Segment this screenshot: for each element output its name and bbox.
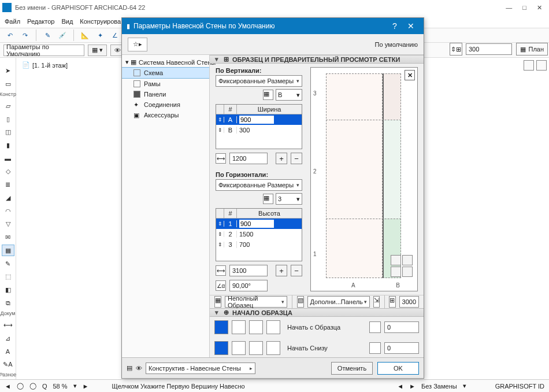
mesh-tool-icon[interactable]: ✉ (2, 232, 14, 243)
nav-l-icon[interactable]: ◄ (397, 383, 403, 390)
horizontal-row-2[interactable]: ⇕21500 (216, 229, 302, 239)
origin-mode-1a[interactable] (214, 320, 228, 334)
wall-tool-icon[interactable]: ▱ (2, 101, 14, 112)
skylight-tool-icon[interactable]: ▽ (2, 219, 14, 230)
horizontal-row-combo[interactable]: 3▾ (276, 193, 302, 205)
tree-item-accessories[interactable]: ▣Аксессуары (122, 110, 209, 120)
origin-offset-icon-1[interactable] (369, 321, 381, 333)
preview-tool-4[interactable] (402, 267, 413, 277)
shell-tool-icon[interactable]: ◠ (2, 205, 14, 217)
nav-next-icon[interactable]: ► (83, 383, 89, 390)
column-tool-icon[interactable]: ▮ (2, 140, 14, 151)
arrow-tool-icon[interactable]: ➤ (2, 65, 14, 77)
preview-canvas[interactable] (326, 73, 401, 278)
origin-mode-2b[interactable] (232, 341, 246, 355)
dialog-titlebar[interactable]: ▮ Параметры Навесной Стены по Умолчанию … (122, 18, 424, 34)
roof-tool-icon[interactable]: ◢ (2, 192, 14, 204)
tree-item-panels[interactable]: Панели (122, 89, 209, 99)
opt-icon4[interactable]: ⊞ (389, 296, 395, 308)
origin-value-1[interactable]: 0 (384, 321, 419, 333)
preview-tool-1[interactable] (391, 255, 401, 265)
beam-tool-icon[interactable]: ▬ (2, 153, 14, 164)
section-origin-header[interactable]: ▾ ⊕ НАЧАЛО ОБРАЗЦА (210, 308, 424, 317)
origin-mode-1b[interactable] (232, 320, 246, 334)
tree-item-junctions[interactable]: ✦Соединения (122, 99, 209, 110)
horizontal-add-button[interactable]: + (276, 265, 287, 276)
ok-button[interactable]: OK (377, 362, 419, 375)
nav-r-icon[interactable]: ► (409, 383, 416, 390)
preview-tool-3[interactable] (391, 267, 401, 277)
zone-tool-icon[interactable]: ◧ (2, 284, 14, 296)
origin-mode-2c[interactable] (249, 341, 263, 355)
morph-tool-icon[interactable]: ✎ (2, 258, 14, 269)
label-tool-icon[interactable]: ✎A (2, 359, 14, 371)
angle-input[interactable]: 90,00° (229, 280, 268, 291)
dimension-tool-icon[interactable]: ⟷ (2, 320, 14, 331)
measure-icon[interactable]: ✦ (94, 29, 106, 42)
fill-panel-combo[interactable]: Дополни...Панель▾ (307, 296, 370, 308)
minimize-icon[interactable]: — (506, 4, 512, 12)
origin-offset-icon-2[interactable] (369, 342, 381, 354)
nav-prev-icon[interactable]: ◄ (5, 383, 11, 390)
cancel-button[interactable]: Отменить (331, 362, 373, 375)
horizontal-grid-icon[interactable]: ▦ (263, 194, 273, 204)
door-tool-icon[interactable]: ▯ (2, 113, 14, 125)
horizontal-mode-combo[interactable]: Фиксированные Размеры▾ (216, 179, 302, 191)
close-icon[interactable]: ✕ (537, 4, 542, 12)
partial-pattern-combo[interactable]: Неполный Образец▾ (225, 296, 287, 308)
menu-edit[interactable]: Редактор (27, 18, 54, 25)
nav-circle-icon[interactable]: ◯ (17, 382, 24, 390)
marquee-tool-icon[interactable]: ▭ (2, 78, 14, 90)
opt-icon1[interactable]: ▦ (214, 296, 221, 308)
eyedrop-icon[interactable]: ✎ (41, 29, 54, 42)
brand-id[interactable]: GRAPHISOFT ID (495, 383, 544, 390)
horizontal-row-3[interactable]: ⇕3700 (216, 239, 302, 250)
object-tool-icon[interactable]: ⬚ (2, 271, 14, 283)
ruler-icon[interactable]: 📐 (79, 29, 91, 42)
vertical-A-input[interactable] (239, 116, 274, 124)
vertical-add-button[interactable]: + (276, 153, 287, 164)
horizontal-1-input[interactable] (239, 220, 274, 228)
level-tool-icon[interactable]: ⊿ (2, 332, 14, 344)
opt-num[interactable]: 3000 (399, 296, 419, 308)
vertical-column-combo[interactable]: B▾ (276, 89, 302, 101)
vertical-remove-button[interactable]: − (291, 153, 302, 164)
collapse-icon[interactable]: ▾ (213, 56, 220, 63)
tree-root[interactable]: ▾ ▦ Система Навесной Стены (122, 57, 209, 67)
tree-item-frames[interactable]: Рамы (122, 79, 209, 89)
stair-tool-icon[interactable]: ≣ (2, 179, 14, 191)
layer-icon[interactable]: ▤ (127, 364, 132, 372)
collapse2-icon[interactable]: ▾ (213, 309, 220, 316)
layer-combo[interactable]: Конструктив - Навесные Стены▸ (146, 363, 255, 374)
view-tab[interactable]: 📄 [1. 1-й этаж] (22, 61, 68, 69)
vertical-mode-combo[interactable]: Фиксированные Размеры▾ (216, 75, 302, 87)
height-icon[interactable]: ⇕⊞ (450, 43, 462, 56)
nav-circle2-icon[interactable]: ◯ (29, 382, 36, 390)
opt-icon3[interactable]: ⇲ (373, 296, 380, 308)
tree-item-scheme[interactable]: Схема (122, 67, 209, 79)
zoom-caret-icon[interactable]: ▾ (73, 382, 77, 390)
vertical-row-A[interactable]: ⇕A (216, 114, 302, 125)
angle-icon[interactable]: ∠ (109, 29, 121, 42)
preview-close-icon[interactable]: ✕ (405, 70, 415, 80)
origin-value-2[interactable]: 0 (384, 342, 419, 354)
redo-icon[interactable]: ↷ (18, 29, 31, 42)
vertical-grid-icon[interactable]: ▦ (263, 90, 273, 100)
text-tool-icon[interactable]: A (2, 346, 14, 357)
origin-mode-2d[interactable] (266, 341, 280, 355)
window-tool-icon[interactable]: ◫ (2, 127, 14, 138)
mesh2-tool-icon[interactable]: ⧉ (2, 297, 14, 309)
curtainwall-tool-icon[interactable]: ▦ (2, 245, 14, 256)
section-pattern-header[interactable]: ▾ ⊞ ОБРАЗЕЦ И ПРЕДВАРИТЕЛЬНЫЙ ПРОСМОТР С… (210, 55, 424, 64)
undo-icon[interactable]: ↶ (3, 29, 16, 42)
slab-tool-icon[interactable]: ◇ (2, 166, 14, 177)
opt-icon2[interactable]: ▧ (297, 296, 304, 308)
layer-eye-icon[interactable]: 👁 (136, 365, 142, 372)
top-dimension-input[interactable]: 300 (466, 43, 512, 55)
grid-toggle-icon[interactable]: ▦ ▾ (88, 45, 107, 56)
horizontal-total-value[interactable]: 3100 (229, 265, 268, 276)
defaults-field[interactable]: Параметры по Умолчанию (3, 45, 84, 56)
vertical-total-value[interactable]: 1200 (229, 153, 268, 164)
dialog-help-icon[interactable]: ? (387, 21, 403, 31)
menu-file[interactable]: Файл (5, 18, 20, 25)
